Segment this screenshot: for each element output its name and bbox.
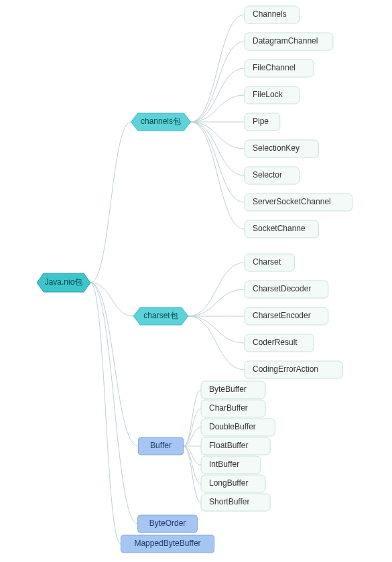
leaf-label: DatagramChannel	[253, 36, 318, 46]
leaf-node: CoderResult	[245, 334, 314, 352]
edge	[184, 446, 201, 502]
leaf-node: IntBuffer	[201, 456, 261, 474]
branch-label: charset包	[143, 311, 178, 320]
branch-node-buffer: Buffer	[138, 437, 183, 455]
edge	[184, 446, 201, 484]
edge	[184, 446, 201, 465]
leaf-label: ShortBuffer	[209, 497, 249, 506]
leaf-node: ByteBuffer	[201, 381, 265, 399]
edge	[90, 283, 121, 544]
branch-node-charset: charset包	[133, 307, 188, 325]
edge	[188, 289, 245, 316]
branch-label: MappedByteBuffer	[134, 539, 200, 548]
branch-label: ByteOrder	[149, 518, 186, 528]
mindmap-diagram: Java.nio包channels包ChannelsDatagramChanne…	[0, 0, 392, 562]
edge	[190, 42, 245, 122]
leaf-label: CodingErrorAction	[253, 364, 318, 374]
leaf-label: SelectionKey	[253, 143, 300, 153]
leaf-node: ServerSocketChannel	[245, 194, 352, 211]
root-node: Java.nio包	[37, 273, 90, 292]
leaf-node: Charset	[245, 254, 294, 271]
leaf-label: LongBuffer	[209, 478, 249, 488]
edge	[90, 283, 138, 524]
leaf-label: SocketChanne	[253, 224, 306, 233]
leaf-node: CodingErrorAction	[245, 361, 342, 378]
edge	[90, 122, 131, 283]
edge	[184, 409, 201, 446]
leaf-label: CoderResult	[253, 338, 298, 347]
leaf-label: IntBuffer	[209, 460, 239, 469]
branch-node-channels: channels包	[131, 113, 191, 131]
edge	[190, 122, 245, 175]
leaf-node: Channels	[245, 6, 300, 23]
leaf-label: Pipe	[253, 117, 269, 126]
edge	[190, 15, 245, 122]
leaf-node: Selector	[245, 167, 300, 184]
leaf-node: SelectionKey	[245, 140, 318, 157]
edge	[184, 390, 201, 446]
leaf-node: DatagramChannel	[245, 33, 333, 50]
leaf-label: FloatBuffer	[209, 441, 248, 450]
branch-label: Buffer	[150, 441, 172, 450]
leaf-label: Selector	[253, 170, 282, 180]
leaf-node: CharsetDecoder	[245, 281, 328, 298]
leaf-label: Channels	[253, 9, 287, 19]
leaf-label: FileChannel	[253, 63, 296, 72]
leaf-label: FileLock	[253, 90, 283, 99]
edge	[190, 122, 245, 202]
leaf-node: SocketChanne	[245, 220, 318, 238]
leaf-label: ServerSocketChannel	[253, 197, 331, 206]
leaf-node: CharsetEncoder	[245, 307, 328, 325]
leaf-label: CharBuffer	[209, 403, 248, 413]
leaf-node: Pipe	[245, 113, 280, 131]
edge	[184, 427, 201, 446]
edge	[188, 316, 245, 370]
leaf-label: DoubleBuffer	[209, 422, 256, 431]
branch-label: channels包	[141, 117, 181, 126]
edge	[188, 263, 245, 316]
leaf-node: FloatBuffer	[201, 437, 270, 455]
leaf-label: Charset	[253, 257, 281, 267]
edge	[190, 68, 245, 122]
leaf-label: CharsetDecoder	[253, 284, 311, 293]
leaf-node: ShortBuffer	[201, 494, 270, 511]
leaf-node: DoubleBuffer	[201, 419, 275, 436]
leaf-node: CharBuffer	[201, 400, 265, 417]
leaf-label: CharsetEncoder	[253, 311, 311, 320]
edge	[188, 316, 245, 343]
leaf-node: FileChannel	[245, 60, 314, 77]
leaf-node: FileLock	[245, 86, 300, 104]
branch-node-mapped: MappedByteBuffer	[121, 535, 214, 553]
leaf-node: LongBuffer	[201, 475, 265, 492]
edge	[190, 122, 245, 229]
branch-node-byteorder: ByteOrder	[138, 515, 198, 533]
root-label: Java.nio包	[45, 277, 83, 287]
leaf-label: ByteBuffer	[209, 384, 247, 394]
